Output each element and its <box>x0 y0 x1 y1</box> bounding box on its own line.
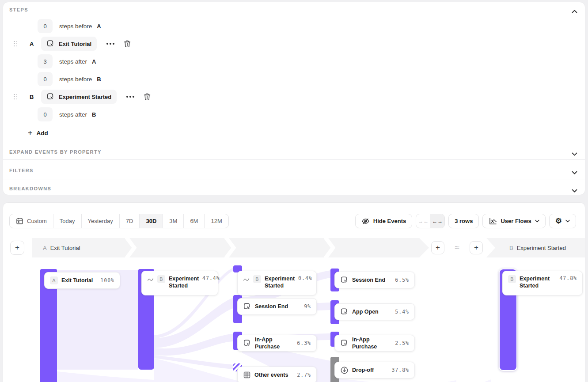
steps-collapse-chevron-up-icon[interactable] <box>572 8 578 12</box>
flow-node-app-open[interactable]: App Open 5.4% <box>334 303 415 320</box>
step-ref-letter: B <box>92 111 96 118</box>
steps-after-a-count-input[interactable]: 3 <box>38 54 53 68</box>
node-label: In-App Purchase <box>352 336 391 351</box>
step-a-event-selector[interactable]: Exit Tutorial <box>41 37 97 51</box>
node-label: Experiment Started <box>265 275 295 290</box>
step-badge: A <box>50 276 58 284</box>
node-label: Other events <box>254 371 288 378</box>
step-b-delete-trash-icon[interactable] <box>143 93 151 101</box>
steps-before-label: steps before <box>59 76 92 83</box>
steps-before-a-row: 0 steps before A <box>38 19 101 33</box>
node-label: Session End <box>352 276 385 284</box>
node-percent: 47.8% <box>559 275 577 281</box>
drop-off-arrow-down-icon <box>340 366 349 374</box>
filters-section-label: FILTERS <box>9 168 34 173</box>
add-column-before-button[interactable]: + <box>10 241 24 255</box>
node-label: Exit Tutorial <box>61 277 93 284</box>
event-click-icon <box>243 339 251 348</box>
add-column-after-a-button[interactable]: + <box>431 241 444 254</box>
query-builder-panel: STEPS 0 steps before A A Exit Tutorial <box>3 2 585 195</box>
expand-events-chevron-down-icon[interactable] <box>572 150 578 154</box>
flow-node-session-end-9[interactable]: Session End 9% <box>237 298 317 315</box>
breakdowns-section-label: BREAKDOWNS <box>9 186 51 191</box>
indirect-flow-squiggle-icon <box>243 276 250 282</box>
step-badge: B <box>157 275 165 283</box>
step-ref-letter: B <box>97 76 101 83</box>
node-label: Drop-off <box>352 367 374 374</box>
node-percent: 47.4% <box>202 275 220 281</box>
event-click-icon <box>243 303 251 311</box>
steps-after-label: steps after <box>59 58 87 65</box>
node-label: Session End <box>255 303 288 310</box>
filters-chevron-down-icon[interactable] <box>572 168 578 173</box>
flow-node-other-events[interactable]: Other events 2.7% <box>237 367 317 382</box>
event-click-icon <box>340 308 349 316</box>
step-badge: B <box>253 275 261 283</box>
event-click-icon <box>46 40 55 48</box>
column-separator-chevron-icon <box>125 238 137 257</box>
steps-before-b-row: 0 steps before B <box>38 72 101 86</box>
node-percent: 2.5% <box>395 340 409 346</box>
add-step-label: Add <box>37 130 48 136</box>
plus-icon: + <box>474 243 478 252</box>
drag-handle-icon[interactable] <box>14 94 18 100</box>
indirect-flow-squiggle-icon <box>147 276 154 282</box>
step-a-row: A Exit Tutorial <box>14 37 131 51</box>
node-percent: 2.7% <box>297 372 311 378</box>
step-a-more-options-icon[interactable] <box>106 41 115 46</box>
event-click-icon <box>46 93 55 101</box>
step-b-header-label: Experiment Started <box>517 245 566 251</box>
step-ref-letter: A <box>97 23 101 30</box>
steps-after-b-count-input[interactable]: 0 <box>38 107 53 121</box>
node-percent: 100% <box>100 277 114 284</box>
node-percent: 6.3% <box>297 340 311 346</box>
flow-node-drop-off[interactable]: Drop-off 37.8% <box>334 362 415 378</box>
steps-before-label: steps before <box>59 23 92 30</box>
column-header-step-b[interactable]: B Experiment Started <box>486 238 585 257</box>
step-b-more-options-icon[interactable] <box>125 94 135 99</box>
column-separator-chevron-icon <box>224 238 236 257</box>
step-a-header-label: Exit Tutorial <box>50 245 80 251</box>
plus-icon: + <box>15 243 19 252</box>
steps-before-b-count-input[interactable]: 0 <box>38 72 53 86</box>
flow-node-in-app-purchase-25[interactable]: In-App Purchase 2.5% <box>334 335 415 352</box>
breakdowns-chevron-down-icon[interactable] <box>572 186 578 191</box>
chart-panel: Custom Today Yesterday 7D 30D 3M 6M 12M … <box>3 202 585 382</box>
add-column-before-b-button[interactable]: + <box>470 241 483 254</box>
user-flows-report-page: { "steps_panel": { "title": "STEPS", "ro… <box>0 0 588 382</box>
node-percent: 37.8% <box>391 367 409 373</box>
steps-section-label: STEPS <box>9 7 28 12</box>
column-header-step-a[interactable]: A Exit Tutorial <box>32 238 429 257</box>
step-b-event-name: Experiment Started <box>59 94 111 100</box>
step-b-letter: B <box>30 94 36 100</box>
step-a-delete-trash-icon[interactable] <box>123 40 131 48</box>
flow-node-in-app-purchase-63[interactable]: In-App Purchase 6.3% <box>237 335 317 352</box>
steps-after-label: steps after <box>59 111 87 118</box>
column-separator-chevron-icon <box>324 238 335 257</box>
step-ref-letter: A <box>92 58 96 65</box>
add-step-button[interactable]: + Add <box>28 126 48 140</box>
grid-events-icon <box>243 371 251 379</box>
node-percent: 5.4% <box>395 309 409 315</box>
flow-node-exit-tutorial[interactable]: A Exit Tutorial 100% <box>44 272 120 289</box>
node-percent: 9% <box>304 303 311 310</box>
plus-icon: + <box>28 129 33 137</box>
steps-after-a-row: 3 steps after A <box>38 54 96 68</box>
expand-events-section-label: EXPAND EVENTS BY PROPERTY <box>9 149 102 155</box>
node-label: App Open <box>352 308 379 315</box>
steps-before-a-count-input[interactable]: 0 <box>38 19 53 33</box>
drag-handle-icon[interactable] <box>14 41 18 47</box>
node-percent: 0.4% <box>298 275 312 281</box>
flow-node-experiment-started-04[interactable]: B Experiment Started 0.4% <box>237 271 317 295</box>
flow-node-experiment-started-474[interactable]: B Experiment Started 47.4% <box>141 271 218 295</box>
flow-node-session-end-65[interactable]: Session End 6.5% <box>334 272 415 288</box>
node-label: Experiment Started <box>169 275 199 290</box>
flow-node-experiment-started-478[interactable]: B Experiment Started 47.8% <box>502 271 583 295</box>
event-click-icon <box>340 276 349 284</box>
step-b-event-selector[interactable]: Experiment Started <box>41 90 117 104</box>
step-a-event-name: Exit Tutorial <box>59 41 91 47</box>
step-b-letter: B <box>509 245 513 251</box>
step-badge: B <box>508 275 516 283</box>
gap-approx-symbol: ≈ <box>451 242 463 254</box>
step-a-letter: A <box>43 245 47 251</box>
